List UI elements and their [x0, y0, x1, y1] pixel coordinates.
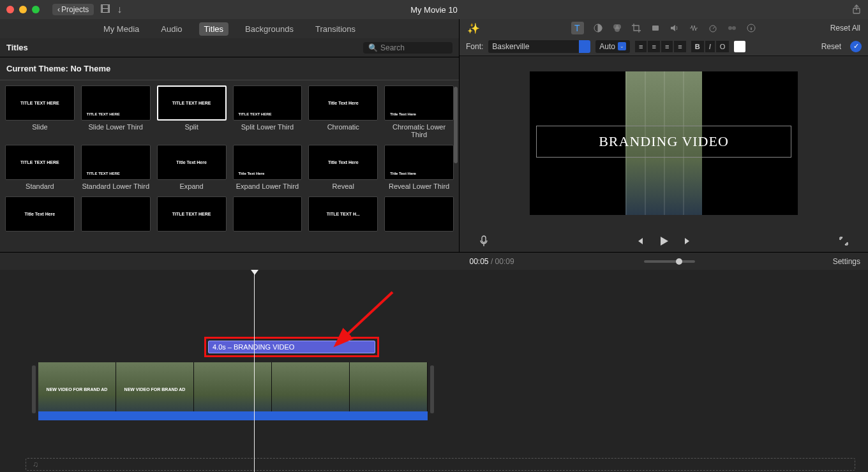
toolbar-import-tools: 🎞 ↓ — [100, 4, 122, 15]
svg-point-7 — [710, 26, 716, 32]
filmstrip-icon[interactable]: 🎞 — [100, 4, 110, 15]
browser-tabs: My Media Audio Titles Backgrounds Transi… — [0, 19, 459, 38]
align-justify-button[interactable]: ≡ — [674, 41, 685, 52]
filter-icon[interactable] — [727, 23, 737, 33]
import-download-icon[interactable]: ↓ — [117, 4, 122, 15]
tab-transitions[interactable]: Transitions — [310, 22, 361, 36]
voiceover-mic-icon[interactable] — [479, 235, 489, 247]
apply-check-button[interactable]: ✓ — [850, 41, 862, 52]
fullscreen-icon[interactable] — [839, 236, 849, 246]
font-value: Baskerville — [492, 42, 529, 51]
font-family-select[interactable]: Baskerville — [488, 40, 590, 53]
title-thumb: Title Text Here — [384, 85, 454, 121]
title-template-card[interactable]: Title Text HereExpand Lower Third — [233, 145, 303, 190]
title-overlay[interactable]: BRANDING VIDEO — [536, 126, 791, 158]
share-icon[interactable] — [851, 4, 862, 15]
align-left-button[interactable]: ≡ — [635, 41, 647, 52]
info-icon[interactable] — [746, 23, 756, 33]
stabilization-icon[interactable] — [650, 23, 661, 33]
video-preview[interactable]: BRANDING VIDEO — [530, 71, 798, 215]
svg-rect-11 — [482, 236, 486, 242]
title-thumb: TITLE TEXT HERE — [5, 145, 75, 180]
text-align-group: ≡ ≡ ≡ ≡ — [635, 41, 686, 52]
titles-grid: TITLE TEXT HERESlideTITLE TEXT HERESlide… — [0, 80, 459, 252]
font-size-select[interactable]: Auto ⌄ — [595, 40, 630, 53]
italic-button[interactable]: I — [705, 41, 715, 52]
title-thumb: Title Text Here — [308, 145, 378, 180]
reset-all-button[interactable]: Reset All — [830, 24, 860, 33]
clip-handle-left[interactable] — [32, 365, 36, 413]
crop-icon[interactable] — [631, 23, 641, 33]
next-frame-button[interactable] — [683, 236, 693, 246]
play-button[interactable] — [657, 235, 670, 247]
title-template-card[interactable]: Title Text HereChromatic — [308, 85, 378, 138]
bold-button[interactable]: B — [691, 41, 704, 52]
timeline[interactable]: 4.0s – BRANDING VIDEO NEW VIDEO FOR BRAN… — [0, 270, 868, 472]
tab-audio[interactable]: Audio — [156, 22, 187, 36]
project-title: My Movie 10 — [410, 5, 458, 15]
color-balance-icon[interactable] — [593, 23, 603, 33]
title-template-card[interactable]: Title Text HereExpand — [157, 145, 227, 190]
prev-frame-button[interactable] — [634, 236, 645, 246]
audio-track-dropzone[interactable]: ♫ — [26, 458, 855, 471]
tab-backgrounds[interactable]: Backgrounds — [240, 22, 299, 36]
title-template-card[interactable]: Title Text HereChromatic Lower Third — [384, 85, 454, 138]
title-template-card[interactable]: TITLE TEXT HERESlide Lower Third — [81, 85, 151, 138]
inspector-toolbar: ✨ T Reset All — [460, 19, 868, 37]
title-template-card[interactable]: TITLE TEXT HERESplit Lower Third — [233, 85, 303, 138]
title-thumb: TITLE TEXT HERE — [5, 85, 75, 121]
title-template-name: Standard Lower Third — [81, 182, 151, 190]
color-correction-icon[interactable] — [612, 23, 622, 33]
volume-icon[interactable] — [670, 23, 680, 33]
tab-my-media[interactable]: My Media — [98, 22, 144, 36]
noise-reduction-icon[interactable] — [689, 23, 699, 33]
minimize-window-button[interactable] — [19, 6, 27, 13]
title-template-card[interactable]: TITLE TEXT HERESlide — [5, 85, 75, 138]
timeline-settings-button[interactable]: Settings — [833, 257, 860, 266]
text-inspector-icon[interactable]: T — [571, 22, 584, 34]
title-template-card[interactable] — [384, 196, 454, 234]
close-window-button[interactable] — [6, 6, 14, 13]
title-thumb: TITLE TEXT HERE — [157, 196, 227, 232]
title-template-card[interactable]: TITLE TEXT H... — [308, 196, 378, 234]
panel-title: Titles — [6, 43, 28, 52]
zoom-knob[interactable] — [676, 258, 682, 265]
title-template-card[interactable] — [233, 196, 303, 234]
title-template-card[interactable]: Title Text HereReveal — [308, 145, 378, 190]
align-right-button[interactable]: ≡ — [661, 41, 673, 52]
font-size-value: Auto — [599, 42, 615, 51]
title-template-card[interactable]: Title Text HereReveal Lower Third — [384, 145, 454, 190]
scrollbar[interactable] — [454, 87, 458, 163]
title-template-card[interactable]: TITLE TEXT HEREStandard — [5, 145, 75, 190]
speed-icon[interactable] — [708, 23, 718, 33]
svg-point-5 — [615, 27, 620, 32]
outline-button[interactable]: O — [716, 41, 730, 52]
title-thumb: TITLE TEXT HERE — [81, 145, 151, 180]
back-to-projects-button[interactable]: ‹ Projects — [52, 4, 94, 15]
fullscreen-window-button[interactable] — [32, 6, 40, 13]
title-template-card[interactable]: Title Text Here — [5, 196, 75, 234]
search-input[interactable]: 🔍 Search — [363, 42, 453, 54]
title-thumb: TITLE TEXT HERE — [233, 85, 303, 121]
align-center-button[interactable]: ≡ — [648, 41, 659, 52]
playhead-time: 00:05 / 00:09 — [138, 257, 514, 266]
svg-point-8 — [728, 26, 732, 30]
theme-label: Current Theme: No Theme — [0, 57, 459, 80]
audio-waveform[interactable] — [38, 411, 428, 420]
timeline-header: 00:05 / 00:09 Settings — [0, 252, 868, 270]
window-controls — [6, 6, 40, 13]
clip-handle-right[interactable] — [430, 365, 434, 413]
playhead[interactable] — [254, 274, 255, 472]
color-swatch[interactable] — [734, 41, 745, 52]
auto-enhance-icon[interactable]: ✨ — [467, 22, 480, 34]
zoom-slider[interactable] — [644, 260, 695, 263]
tab-titles[interactable]: Titles — [199, 22, 229, 36]
title-template-card[interactable]: TITLE TEXT HERESplit — [157, 85, 227, 138]
reset-button[interactable]: Reset — [821, 42, 841, 51]
annotation-arrow — [332, 289, 402, 359]
title-template-name: Chromatic Lower Third — [384, 123, 454, 138]
video-clip[interactable]: NEW VIDEO FOR BRAND AD NEW VIDEO FOR BRA… — [38, 362, 428, 417]
title-template-card[interactable]: TITLE TEXT HERE — [157, 196, 227, 234]
title-template-card[interactable] — [81, 196, 151, 234]
title-template-card[interactable]: TITLE TEXT HEREStandard Lower Third — [81, 145, 151, 190]
